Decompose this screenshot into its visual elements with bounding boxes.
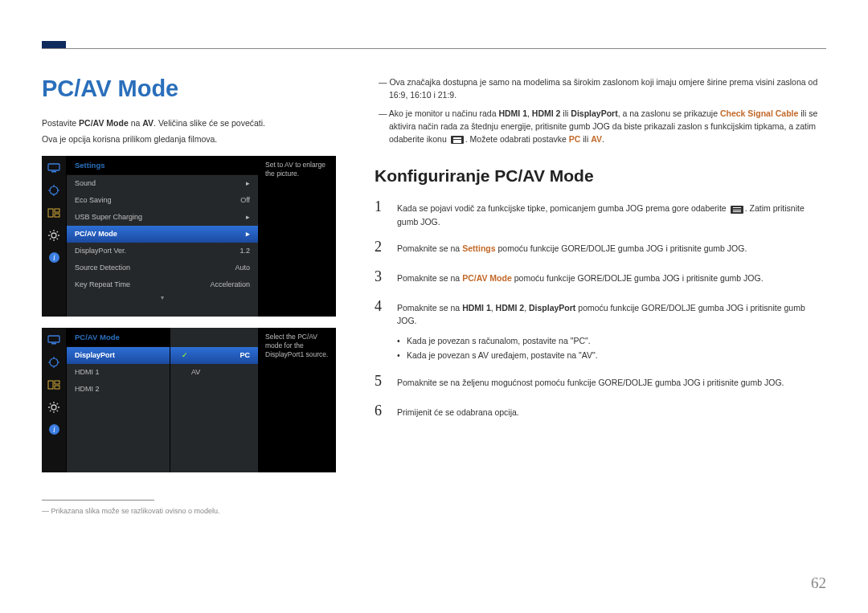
svg-rect-9 xyxy=(48,336,59,342)
bullets: Kada je povezan s računalom, postavite n… xyxy=(397,334,826,363)
intro-line-1: Postavite PC/AV Mode na AV. Veličina sli… xyxy=(42,116,339,129)
osd2-submenu: ✓PC AV xyxy=(170,328,259,472)
header-accent xyxy=(42,41,66,48)
note-2: ― Ako je monitor u načinu rada HDMI 1, H… xyxy=(375,107,826,146)
chevron-right-icon xyxy=(246,213,250,221)
svg-point-6 xyxy=(51,233,56,238)
svg-rect-12 xyxy=(48,381,53,389)
svg-rect-13 xyxy=(55,381,59,384)
osd-row-sound[interactable]: Sound xyxy=(67,175,258,192)
svg-point-15 xyxy=(51,405,56,410)
info-icon: i xyxy=(47,251,61,265)
chevron-right-icon xyxy=(246,230,250,238)
step-5: 5 Pomaknite se na željenu mogućnost pomo… xyxy=(375,370,826,393)
page-content: PC/AV Mode Postavite PC/AV Mode na AV. V… xyxy=(42,76,826,515)
target-icon xyxy=(47,183,61,198)
left-column: PC/AV Mode Postavite PC/AV Mode na AV. V… xyxy=(42,76,339,515)
step-num: 4 xyxy=(375,295,386,318)
step-body: Pomaknite se na Settings pomoću funkcije… xyxy=(397,242,747,255)
osd-row-eco[interactable]: Eco SavingOff xyxy=(67,192,258,209)
target-icon xyxy=(47,355,61,370)
osd-row-pcav[interactable]: PC/AV Mode xyxy=(67,226,258,243)
osd2-menu: PC/AV Mode DisplayPort HDMI 1 HDMI 2 xyxy=(66,328,170,472)
svg-text:i: i xyxy=(53,253,55,262)
osd-help: Set to AV to enlarge the picture. xyxy=(259,156,336,317)
osd2-row-hdmi1[interactable]: HDMI 1 xyxy=(67,364,170,381)
svg-text:i: i xyxy=(53,425,55,434)
step-num: 2 xyxy=(375,235,386,259)
page-title: PC/AV Mode xyxy=(42,76,339,102)
osd-row-keyrep[interactable]: Key Repeat TimeAcceleration xyxy=(67,276,258,293)
monitor-icon xyxy=(47,161,61,175)
svg-point-11 xyxy=(50,358,58,366)
step-num: 1 xyxy=(375,195,386,219)
osd2-sub-av[interactable]: AV xyxy=(170,364,258,381)
osd2-row-dp[interactable]: DisplayPort xyxy=(67,347,170,364)
osd-side-icons: i xyxy=(42,156,66,317)
note-1: ― Ova značajka dostupna je samo na model… xyxy=(375,76,826,102)
page-number: 62 xyxy=(811,574,826,592)
step-6: 6 Primijenit će se odabrana opcija. xyxy=(375,399,826,423)
osd-row-usb[interactable]: USB Super Charging xyxy=(67,209,258,226)
svg-rect-0 xyxy=(48,164,59,170)
osd2-row-hdmi2[interactable]: HDMI 2 xyxy=(67,381,170,398)
step-body: Primijenit će se odabrana opcija. xyxy=(397,406,519,419)
bullet-pc: Kada je povezan s računalom, postavite n… xyxy=(397,334,826,349)
osd2-sub-pc[interactable]: ✓PC xyxy=(170,347,258,364)
menu-icon xyxy=(731,206,743,214)
svg-rect-1 xyxy=(51,171,56,173)
osd-row-srcdet[interactable]: Source DetectionAuto xyxy=(67,260,258,276)
osd-menu: Settings Sound Eco SavingOff USB Super C… xyxy=(66,156,259,317)
chevron-down-icon: ▾ xyxy=(161,294,164,301)
step-body: Pomaknite se na željenu mogućnost pomoću… xyxy=(397,376,784,390)
svg-rect-5 xyxy=(55,214,59,217)
step-body: Kada se pojavi vodič za funkcijske tipke… xyxy=(397,202,826,229)
svg-rect-14 xyxy=(55,386,59,389)
section-title: Konfiguriranje PC/AV Mode xyxy=(375,166,826,186)
step-num: 3 xyxy=(375,265,386,288)
gear-icon xyxy=(47,400,61,415)
footnote: ― Prikazana slika može se razlikovati ov… xyxy=(42,507,339,515)
right-column: ― Ova značajka dostupna je samo na model… xyxy=(375,76,826,515)
bullet-av: Kada je povezan s AV uređajem, postavite… xyxy=(397,349,826,363)
svg-point-2 xyxy=(50,186,58,194)
layout-icon xyxy=(47,378,61,392)
header-rule xyxy=(42,48,826,49)
osd2-header: PC/AV Mode xyxy=(67,328,170,347)
monitor-icon xyxy=(47,333,61,347)
step-4: 4 Pomaknite se na HDMI 1, HDMI 2, Displa… xyxy=(375,295,826,329)
osd-header: Settings xyxy=(67,156,258,175)
menu-icon xyxy=(451,136,464,144)
osd-side-icons: i xyxy=(42,328,66,472)
info-icon: i xyxy=(47,423,61,437)
step-num: 6 xyxy=(375,399,386,423)
intro-line-2: Ova je opcija korisna prilikom gledanja … xyxy=(42,133,339,145)
gear-icon xyxy=(47,228,61,243)
check-icon: ✓ xyxy=(182,351,188,359)
osd-settings: i Settings Sound Eco SavingOff USB Super… xyxy=(42,156,336,317)
svg-rect-4 xyxy=(55,209,59,212)
step-1: 1 Kada se pojavi vodič za funkcijske tip… xyxy=(375,195,826,229)
svg-rect-3 xyxy=(48,209,53,217)
layout-icon xyxy=(47,206,61,220)
step-3: 3 Pomaknite se na PC/AV Mode pomoću funk… xyxy=(375,265,826,288)
step-body: Pomaknite se na HDMI 1, HDMI 2, DisplayP… xyxy=(397,301,826,329)
osd-row-dpver[interactable]: DisplayPort Ver.1.2 xyxy=(67,243,258,260)
step-2: 2 Pomaknite se na Settings pomoću funkci… xyxy=(375,235,826,259)
svg-rect-10 xyxy=(51,343,56,345)
footnote-rule xyxy=(42,500,154,501)
chevron-right-icon xyxy=(246,179,250,187)
step-num: 5 xyxy=(375,370,386,393)
osd2-help: Select the PC/AV mode for the DisplayPor… xyxy=(259,328,336,472)
step-body: Pomaknite se na PC/AV Mode pomoću funkci… xyxy=(397,272,764,285)
osd-pcav: i PC/AV Mode DisplayPort HDMI 1 HDMI 2 ✓… xyxy=(42,328,336,472)
